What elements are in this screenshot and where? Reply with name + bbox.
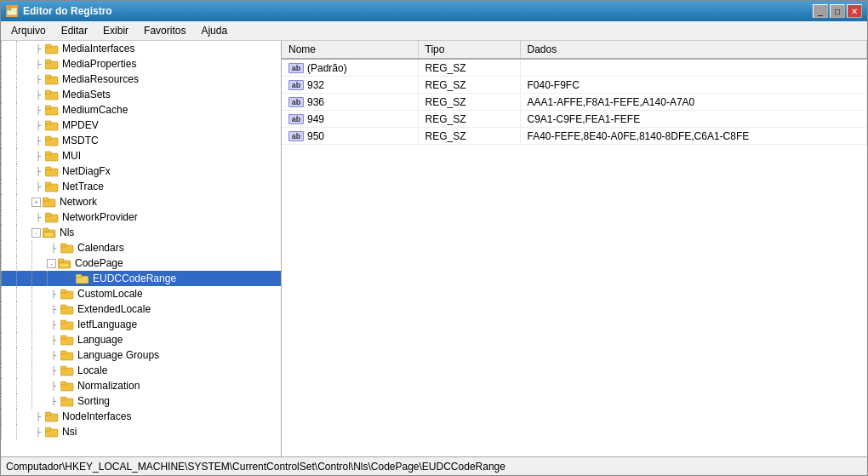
tree-label-network: Network	[58, 196, 97, 208]
svg-rect-17	[45, 152, 51, 155]
col-header-dados[interactable]: Dados	[520, 41, 867, 59]
tree-item-mui[interactable]: ├ MUI	[1, 148, 281, 163]
folder-closed-icon	[43, 196, 56, 208]
tree-scroll[interactable]: ├ MediaInterfaces ├ MediaProperties ├ Me…	[1, 41, 281, 456]
tree-label-eudc: EUDCCodeRange	[91, 272, 176, 284]
tree-item-network[interactable]: + Network	[1, 194, 281, 209]
tree-item-mediainterfaces[interactable]: ├ MediaInterfaces	[1, 41, 281, 56]
right-scroll[interactable]: Nome Tipo Dados ab (Padrão) REG_SZ ab 93…	[282, 41, 867, 456]
cell-type: REG_SZ	[418, 77, 520, 94]
tree-item-nsi[interactable]: ├ Nsi	[1, 424, 281, 439]
tree-item-netdiagfx[interactable]: ├ NetDiagFx	[1, 163, 281, 179]
folder-closed-icon	[45, 119, 59, 131]
svg-rect-27	[43, 228, 49, 232]
tree-label: NetTrace	[60, 181, 104, 192]
tree-item-languagegroups[interactable]: ├ Language Groups	[1, 347, 281, 363]
tree-item-mpdev[interactable]: ├ MPDEV	[1, 118, 281, 133]
tree-item-calendars[interactable]: ├ Calendars	[1, 240, 281, 255]
tree-label: NetworkProvider	[60, 211, 138, 223]
svg-rect-28	[44, 232, 54, 237]
tree-item-language[interactable]: ├ Language	[1, 332, 281, 347]
status-text: Computador\HKEY_LOCAL_MACHINE\SYSTEM\Cur…	[6, 461, 505, 473]
col-header-nome[interactable]: Nome	[282, 41, 418, 59]
folder-closed-icon	[60, 288, 74, 300]
col-header-tipo[interactable]: Tipo	[418, 41, 520, 59]
tree-item-networkprovider[interactable]: ├ NetworkProvider	[1, 209, 281, 225]
svg-rect-7	[45, 75, 51, 78]
ab-icon: ab	[288, 80, 304, 90]
cell-data: F040-F9FC	[520, 77, 867, 94]
close-button[interactable]: ✕	[847, 4, 862, 18]
folder-closed-icon	[45, 426, 59, 438]
svg-rect-25	[45, 213, 51, 216]
main-window: Editor do Registro _ □ ✕ Arquivo Editar …	[0, 0, 868, 476]
main-content: ├ MediaInterfaces ├ MediaProperties ├ Me…	[1, 41, 867, 456]
table-row[interactable]: ab 949 REG_SZ C9A1-C9FE,FEA1-FEFE	[282, 111, 867, 128]
menu-exibir[interactable]: Exibir	[96, 23, 135, 38]
tree-label: MPDEV	[60, 119, 99, 131]
cell-data	[520, 59, 867, 77]
folder-closed-icon	[45, 58, 59, 70]
tree-item-nettrace[interactable]: ├ NetTrace	[1, 179, 281, 194]
table-row[interactable]: ab 932 REG_SZ F040-F9FC	[282, 77, 867, 94]
minimize-button[interactable]: _	[813, 4, 828, 18]
tree-label: IetfLanguage	[76, 318, 137, 330]
svg-rect-41	[60, 320, 66, 324]
ab-icon: ab	[288, 97, 304, 107]
folder-closed-icon	[60, 395, 74, 407]
svg-rect-32	[58, 259, 64, 262]
tree-item-sorting[interactable]: ├ Sorting	[1, 393, 281, 409]
cell-name: ab 936	[282, 94, 418, 111]
cell-name: ab (Padrão)	[282, 59, 418, 77]
svg-rect-15	[45, 136, 51, 140]
menu-editar[interactable]: Editar	[54, 23, 94, 38]
tree-label: ExtendedLocale	[76, 303, 151, 315]
tree-item-mediasets[interactable]: ├ MediaSets	[1, 87, 281, 102]
right-panel: Nome Tipo Dados ab (Padrão) REG_SZ ab 93…	[282, 41, 867, 456]
table-row[interactable]: ab (Padrão) REG_SZ	[282, 59, 867, 77]
tree-item-mediumcache[interactable]: ├ MediumCache	[1, 102, 281, 118]
folder-closed-icon	[60, 303, 74, 315]
tree-item-ietflanguage[interactable]: ├ IetfLanguage	[1, 317, 281, 332]
table-row[interactable]: ab 950 REG_SZ FA40-FEFE,8E40-A0FE,8140-8…	[282, 128, 867, 145]
tree-label-sorting: Sorting	[76, 395, 110, 407]
tree-item-eudc[interactable]: └ EUDCCodeRange	[1, 271, 281, 286]
svg-rect-30	[60, 244, 66, 247]
tree-label: Language	[76, 334, 123, 346]
svg-rect-49	[60, 381, 66, 385]
tree-label: MediaInterfaces	[60, 43, 134, 54]
tree-label: CodePage	[73, 257, 123, 269]
tree-label: Locale	[76, 364, 107, 376]
tree-label: Language Groups	[76, 349, 159, 361]
tree-item-mediaresources[interactable]: ├ MediaResources	[1, 72, 281, 87]
tree-item-customlocale[interactable]: ├ CustomLocale	[1, 286, 281, 301]
table-row[interactable]: ab 936 REG_SZ AAA1-AFFE,F8A1-FEFE,A140-A…	[282, 94, 867, 111]
tree-item-codepage[interactable]: - CodePage	[1, 255, 281, 271]
tree-item-normalization[interactable]: ├ Normalization	[1, 378, 281, 393]
tree-item-extendedlocale[interactable]: ├ ExtendedLocale	[1, 301, 281, 317]
cell-type: REG_SZ	[418, 94, 520, 111]
svg-rect-13	[45, 121, 51, 124]
menu-ajuda[interactable]: Ajuda	[194, 23, 234, 38]
tree-panel: ├ MediaInterfaces ├ MediaProperties ├ Me…	[1, 41, 282, 456]
cell-data: FA40-FEFE,8E40-A0FE,8140-8DFE,C6A1-C8FE	[520, 128, 867, 145]
maximize-button[interactable]: □	[830, 4, 845, 18]
svg-rect-5	[45, 60, 51, 63]
svg-rect-47	[60, 366, 66, 370]
svg-rect-39	[60, 305, 66, 308]
tree-item-mediaproperties[interactable]: ├ MediaProperties	[1, 56, 281, 72]
tree-item-nls[interactable]: - Nls	[1, 225, 281, 240]
menu-favoritos[interactable]: Favoritos	[137, 23, 192, 38]
tree-item-locale[interactable]: ├ Locale	[1, 363, 281, 378]
tree-item-nodeinterfaces[interactable]: ├ NodeInterfaces	[1, 409, 281, 424]
folder-closed-icon	[60, 242, 74, 254]
registry-table: Nome Tipo Dados ab (Padrão) REG_SZ ab 93…	[282, 41, 867, 145]
tree-item-msdtc[interactable]: ├ MSDTC	[1, 133, 281, 148]
folder-closed-icon	[45, 135, 59, 146]
svg-rect-1	[7, 8, 11, 10]
folder-closed-icon	[60, 334, 74, 346]
folder-closed-icon	[45, 104, 59, 116]
cell-data: AAA1-AFFE,F8A1-FEFE,A140-A7A0	[520, 94, 867, 111]
tree-label: MediaResources	[60, 73, 139, 85]
menu-arquivo[interactable]: Arquivo	[4, 23, 53, 38]
